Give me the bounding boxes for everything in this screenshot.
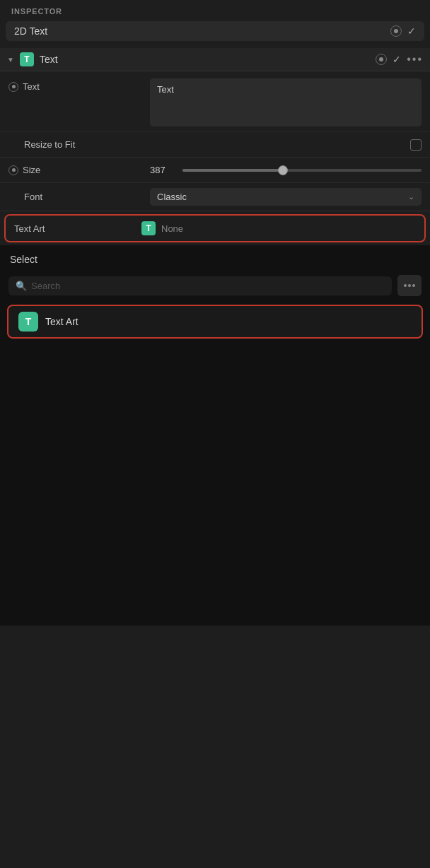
object-name-row[interactable]: 2D Text ✓ (6, 21, 424, 41)
inspector-title: INSPECTOR (0, 0, 430, 21)
text-input-value: Text (157, 84, 174, 95)
text-radio[interactable] (8, 82, 18, 92)
dropdown-empty-area (0, 343, 430, 626)
font-prop-row: Font Classic ⌄ (0, 183, 430, 211)
size-value: 387 (150, 165, 175, 175)
search-row: 🔍 Search (0, 271, 430, 300)
text-prop-row: Text Text (0, 71, 430, 132)
text-art-item-icon: T (18, 312, 38, 332)
chevron-icon: ▼ (7, 56, 14, 64)
text-art-label: Text Art (14, 223, 141, 234)
size-radio[interactable] (8, 165, 18, 175)
object-check-icon: ✓ (407, 25, 416, 37)
text-input-area[interactable]: Text (150, 78, 422, 127)
component-more-icon[interactable]: ••• (407, 53, 423, 66)
font-chevron-icon: ⌄ (408, 192, 414, 201)
component-icon: T (20, 52, 34, 66)
size-prop-row: Size 387 (0, 158, 430, 183)
component-radio-icon (376, 54, 387, 65)
dropdown-select-header: Select (0, 245, 430, 271)
resize-prop-label: Resize to Fit (24, 139, 75, 150)
search-icon: 🔍 (16, 281, 27, 291)
text-art-dropdown-item[interactable]: T Text Art (7, 305, 423, 339)
component-check-icon: ✓ (393, 54, 401, 65)
text-art-none-value: None (161, 223, 183, 234)
size-slider[interactable] (182, 169, 422, 172)
text-art-value: T None (141, 221, 416, 235)
dropdown-panel: Select 🔍 Search T Text Art (0, 245, 430, 626)
size-prop-label: Size (23, 165, 40, 175)
font-select[interactable]: Classic ⌄ (150, 188, 422, 206)
component-name: Text (40, 54, 370, 65)
search-box[interactable]: 🔍 Search (8, 276, 392, 295)
font-value: Classic (157, 192, 187, 202)
properties-section: Text Text Resize to Fit Size 387 Font (0, 71, 430, 211)
object-name-text: 2D Text (14, 25, 385, 37)
search-placeholder-text: Search (31, 281, 60, 291)
more-options-button[interactable] (397, 275, 422, 296)
text-art-row[interactable]: Text Art T None (4, 214, 426, 242)
resize-checkbox[interactable] (410, 139, 422, 151)
font-prop-label: Font (24, 192, 42, 202)
component-header[interactable]: ▼ T Text ✓ ••• (0, 48, 430, 71)
text-art-item-label: Text Art (45, 316, 79, 327)
resize-prop-row: Resize to Fit (0, 132, 430, 158)
text-prop-label: Text (23, 81, 40, 92)
text-art-icon: T (141, 221, 156, 235)
object-radio-icon (390, 25, 402, 37)
